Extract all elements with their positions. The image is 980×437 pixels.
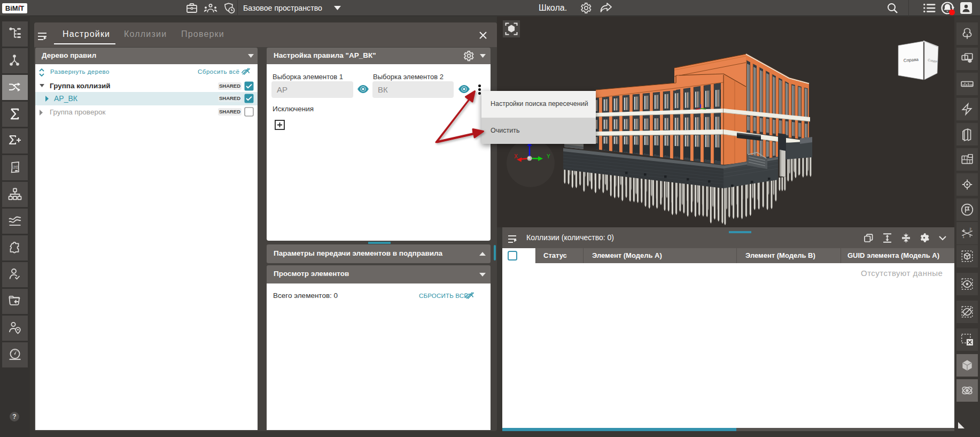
svg-text:2: 2 — [969, 227, 971, 231]
svg-text:Y: Y — [547, 154, 550, 159]
svg-text:X: X — [514, 154, 518, 159]
svg-text:2D: 2D — [13, 165, 19, 170]
svg-text:1: 1 — [962, 235, 965, 239]
